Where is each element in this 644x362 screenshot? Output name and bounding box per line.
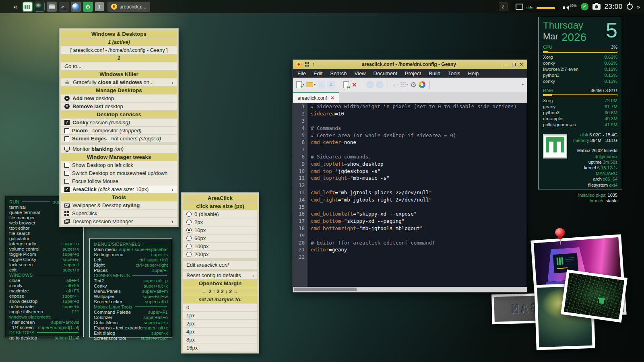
menu-item[interactable]: ✓AreaClick (click area size: 10px)› <box>61 185 177 193</box>
updates-ok-icon[interactable]: ✓ <box>581 3 588 10</box>
panel-item[interactable]: Leftctrl+super+left <box>94 257 168 262</box>
forward-button[interactable]: → <box>376 81 384 88</box>
menu-tools[interactable]: Tools <box>448 70 460 76</box>
screenshot-icon[interactable] <box>592 4 601 10</box>
panel-item[interactable]: internet radiosuper+r <box>9 241 79 246</box>
revert-button[interactable]: ↩ <box>343 81 349 88</box>
menu-file[interactable]: File <box>297 70 306 76</box>
menu-item[interactable]: Screen Edges - hot corners (stopped) <box>61 135 177 142</box>
menu-item[interactable]: ✓Conky session (running) <box>61 119 177 126</box>
menu-item[interactable]: Go to... <box>61 62 177 70</box>
build-button[interactable]: ⚙ <box>410 80 417 89</box>
maximize-button[interactable] <box>512 63 516 66</box>
menu-item[interactable]: [ areaclick.conf - /home/dn/.config - Ge… <box>61 46 177 54</box>
menu-item[interactable]: 100px <box>183 243 257 250</box>
back-button[interactable]: ← <box>366 81 374 88</box>
panel-item[interactable]: Conkysuper+alt+k <box>94 283 168 288</box>
panel-item[interactable]: un/decoratesuper+b <box>9 304 79 309</box>
menu-view[interactable]: View <box>355 70 366 76</box>
menu-build[interactable]: Build <box>429 70 440 76</box>
system-tray[interactable] <box>512 1 559 12</box>
panel-item[interactable]: Placessuper+. <box>94 267 168 273</box>
new-file-button[interactable]: +▾ <box>296 81 304 88</box>
code-editor[interactable]: 1# Sidearea width/height in pixels (set … <box>293 103 527 287</box>
menu-item[interactable]: 2px <box>183 218 257 226</box>
menu-project[interactable]: Project <box>405 70 421 76</box>
menu-item[interactable]: 8px <box>183 336 257 343</box>
close-doc-button[interactable]: ✕ <box>351 81 358 88</box>
titlebar[interactable]: ↑ areaclick.conf - /home/dn/.config - Ge… <box>293 60 527 69</box>
menu-item[interactable]: Focus follow Mouse <box>61 177 177 185</box>
close-button[interactable]: ✕ <box>518 62 524 67</box>
desktop-pager-1[interactable]: 1 <box>95 2 104 11</box>
color-chooser-button[interactable]: ▲• <box>392 82 398 88</box>
panel-item[interactable]: go to desktopsuper+[1..4] <box>9 335 79 340</box>
panel-expand-icon[interactable]: » <box>637 3 640 10</box>
mabox-logo-icon[interactable] <box>23 2 33 12</box>
volume-control[interactable]: 40% <box>563 4 577 10</box>
menu-edit[interactable]: Edit <box>314 70 322 76</box>
panel-item[interactable]: Screenshot toolsuper+PrtScr <box>94 335 168 341</box>
panel-item[interactable]: Tint2super+alt+p <box>94 278 168 283</box>
menu-item[interactable]: 4px <box>183 328 257 335</box>
save-all-button[interactable]: ⇊ <box>327 81 335 88</box>
menu-item[interactable]: SuperClick <box>61 210 177 217</box>
menu-item[interactable]: 60px <box>183 234 257 242</box>
menu-item[interactable]: Show Desktop on left click <box>61 161 177 169</box>
menu-item[interactable]: 2px <box>183 320 257 327</box>
power-icon[interactable] <box>627 4 633 10</box>
panel-item[interactable]: - 1/4 screensuper+numpad[1..9] <box>9 325 79 330</box>
menu-help[interactable]: Help <box>468 70 479 76</box>
panel-item[interactable]: Color Menusuper+alt+c <box>94 320 168 325</box>
menu-item[interactable]: ☠Gracefully close all windows on...› <box>61 78 177 86</box>
menu-item[interactable]: Switch Desktop on mousewheel up/down <box>61 169 177 177</box>
preferences-button[interactable] <box>419 81 425 88</box>
panel-item[interactable]: galculator <box>9 236 79 241</box>
menu-item[interactable]: 16px <box>183 344 257 352</box>
panel-item[interactable]: Menu/Panelssuper+alt+m <box>94 288 168 294</box>
menu-item[interactable]: ×Remove last desktop <box>61 103 177 110</box>
menu-item[interactable]: 200px <box>183 251 257 258</box>
menu-item[interactable]: 0 (disable) <box>183 210 257 218</box>
panel-item[interactable]: Command Palettesuper+F1 <box>94 309 168 315</box>
menu-item[interactable]: 1px <box>183 312 257 319</box>
panel-item[interactable]: toggle Conkysuper+c <box>9 257 79 262</box>
jump-to-button[interactable]: ▾ <box>400 82 408 87</box>
shade-icon[interactable]: ↑ <box>312 62 314 67</box>
panel-item[interactable]: Rightctrl+super+right <box>94 262 168 267</box>
menu-document[interactable]: Document <box>374 70 397 76</box>
menu-item[interactable]: Wallpaper & Desktop styling <box>61 202 177 209</box>
save-button[interactable]: ↓ <box>318 81 325 88</box>
menu-item[interactable]: Edit areaclick.conf <box>183 261 257 269</box>
menu-item[interactable]: Picom - compositor (stopped) <box>61 127 177 134</box>
horizontal-scrollbar[interactable] <box>293 287 527 292</box>
panel-item[interactable]: ScreenLockersuper+alt+l <box>94 299 168 304</box>
panel-item[interactable]: file search <box>9 230 79 236</box>
taskbar-window-button[interactable]: areaclick.c... <box>107 2 150 12</box>
panel-item[interactable]: show desktopsuper+d <box>9 298 79 304</box>
clock[interactable]: 23:00 <box>605 3 623 11</box>
tab-close-icon[interactable]: ✕ <box>330 95 334 101</box>
menu-item[interactable]: 10px <box>183 226 257 234</box>
menu-item[interactable]: Desktop session Manager› <box>61 218 177 225</box>
panel-item[interactable]: iconifyalt+F5 <box>9 283 79 288</box>
minimize-button[interactable]: — <box>504 62 509 67</box>
scrollbar-thumb[interactable] <box>294 288 357 291</box>
menu-item[interactable]: Monitor blanking (on) <box>61 145 177 153</box>
file-manager-icon[interactable] <box>47 2 57 12</box>
panel-item[interactable]: toggle Picomsuper+p <box>9 251 79 257</box>
window-menu-icon[interactable] <box>305 62 309 67</box>
wallpaper-thumbnail-icon[interactable] <box>35 2 45 12</box>
tab-areaclick-conf[interactable]: areaclick.conf ✕ <box>293 92 339 103</box>
panel-item[interactable]: closealt+F4 <box>9 278 79 283</box>
panel-item[interactable]: Espanso - text expandersuper+alt+e <box>94 325 168 330</box>
mabox-settings-icon[interactable]: ⚙ <box>83 2 93 12</box>
panel-item[interactable]: Exit dialogsuper+x <box>94 330 168 335</box>
open-file-button[interactable]: ▾ <box>306 82 316 87</box>
desktop-pager-2[interactable]: 2 <box>499 2 508 11</box>
menu-search[interactable]: Search <box>330 70 347 76</box>
menu-item[interactable]: 0 <box>183 304 257 311</box>
panel-item[interactable]: Settings menusuper+s <box>94 252 168 257</box>
panel-item[interactable]: Wallpapersuper+alt+w <box>94 294 168 299</box>
panel-item[interactable]: toggle fullscreenF11 <box>9 309 79 314</box>
